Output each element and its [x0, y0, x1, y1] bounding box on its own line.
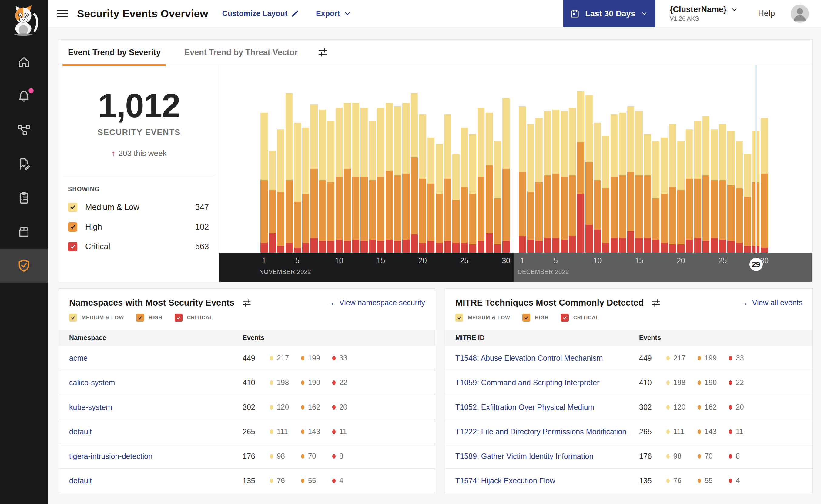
chart-settings-button[interactable] — [318, 47, 328, 58]
chart-bar-nov-12[interactable] — [352, 103, 360, 253]
chart-bar-nov-20[interactable] — [419, 114, 426, 253]
chart-bar-dec-6[interactable] — [560, 111, 568, 253]
calico-cat-logo[interactable] — [6, 2, 42, 36]
mitre-technique-link-2[interactable]: T1052: Exfiltration Over Physical Medium — [455, 403, 594, 411]
chart-bar-nov-8[interactable] — [319, 110, 326, 253]
filter-critical[interactable]: CRITICAL — [174, 314, 213, 322]
chart-bar-nov-26[interactable] — [469, 134, 476, 253]
chart-bar-dec-1[interactable] — [519, 106, 526, 253]
chart-bar-nov-21[interactable] — [427, 138, 435, 253]
chart-bar-dec-16[interactable] — [644, 134, 651, 253]
medium-low-checkbox[interactable] — [68, 203, 77, 212]
filter-high[interactable]: HIGH — [136, 314, 162, 322]
namespace-link-4[interactable]: tigera-intrusion-detection — [69, 452, 152, 460]
chart-bar-dec-24[interactable] — [711, 129, 718, 253]
chart-bar-nov-15[interactable] — [377, 108, 384, 253]
chart-bar-dec-5[interactable] — [552, 110, 559, 253]
sidebar-item-home[interactable] — [0, 45, 48, 79]
namespace-link-5[interactable]: default — [69, 476, 92, 485]
critical-checkbox[interactable] — [68, 242, 77, 251]
chart-bar-dec-28[interactable] — [744, 154, 751, 253]
chart-bar-dec-19[interactable] — [669, 124, 677, 253]
chart-bar-nov-19[interactable] — [411, 93, 418, 253]
chart-bar-dec-22[interactable] — [694, 121, 701, 253]
critical-checkbox[interactable] — [174, 314, 182, 322]
chart-bar-dec-12[interactable] — [610, 114, 618, 253]
namespace-link-1[interactable]: calico-system — [69, 378, 115, 387]
chart-bar-nov-5[interactable] — [294, 123, 301, 253]
chart-bar-dec-17[interactable] — [652, 141, 660, 253]
chart-bar-dec-9[interactable] — [585, 95, 593, 253]
chart-bar-dec-2[interactable] — [527, 124, 534, 253]
chart-bar-nov-1[interactable] — [261, 113, 268, 253]
medium-low-checkbox[interactable] — [69, 314, 77, 322]
critical-checkbox[interactable] — [561, 314, 569, 322]
filter-medium-low[interactable]: MEDIUM & LOW — [455, 314, 510, 322]
chart-bar-dec-26[interactable] — [727, 131, 735, 253]
chart-bar-nov-11[interactable] — [344, 103, 351, 253]
chart-bar-nov-13[interactable] — [361, 108, 368, 253]
chart-bar-nov-7[interactable] — [311, 104, 318, 253]
tab-event-trend-by-severity[interactable]: Event Trend by Severity — [62, 40, 166, 65]
date-range-button[interactable]: Last 30 Days — [563, 0, 655, 27]
chart-bar-dec-11[interactable] — [602, 136, 609, 253]
customize-layout-button[interactable]: Customize Layout — [222, 9, 299, 18]
view-namespace-security-link[interactable]: → View namespace security — [327, 298, 425, 307]
sidebar-item-threat-defense[interactable] — [0, 249, 48, 283]
cluster-selector[interactable]: {ClusterName} V1.26 AKS — [670, 5, 738, 22]
chart-bar-nov-24[interactable] — [452, 154, 460, 253]
chart-bar-nov-16[interactable] — [386, 103, 393, 253]
namespace-link-0[interactable]: acme — [69, 354, 88, 362]
chart-bar-dec-8[interactable] — [577, 91, 584, 253]
chart-bar-nov-6[interactable] — [302, 128, 310, 253]
mitre-technique-link-3[interactable]: T1222: File and Directory Permissions Mo… — [455, 427, 627, 436]
chart-bar-dec-21[interactable] — [686, 129, 693, 253]
chart-bar-dec-18[interactable] — [661, 138, 668, 253]
chart-bar-nov-25[interactable] — [461, 128, 468, 253]
namespaces-filter-button[interactable] — [242, 298, 251, 307]
high-checkbox[interactable] — [522, 314, 530, 322]
sidebar-item-images[interactable] — [0, 215, 48, 249]
chart-bar-nov-2[interactable] — [269, 151, 276, 253]
chart-bar-nov-9[interactable] — [327, 121, 334, 253]
filter-high[interactable]: HIGH — [522, 314, 549, 322]
chart-bar-dec-25[interactable] — [719, 124, 726, 253]
chart-bar-dec-13[interactable] — [619, 113, 626, 253]
sidebar-item-service-graph[interactable] — [0, 113, 48, 147]
mitre-technique-link-1[interactable]: T1059: Command and Scripting Interpreter — [455, 378, 599, 387]
chart-bar-dec-10[interactable] — [594, 123, 601, 253]
selected-day-badge[interactable]: 29 — [750, 258, 763, 271]
mitre-technique-link-5[interactable]: T1574: Hijack Execution Flow — [455, 476, 555, 485]
mitre-technique-link-0[interactable]: T1548: Abuse Elevation Control Mechanism — [455, 354, 603, 362]
chart-bar-nov-28[interactable] — [486, 113, 493, 253]
medium-low-checkbox[interactable] — [455, 314, 463, 322]
chart-bar-nov-14[interactable] — [369, 121, 376, 253]
chart-bar-dec-14[interactable] — [627, 106, 635, 253]
chart-bar-nov-17[interactable] — [394, 106, 401, 253]
sidebar-item-alerts[interactable] — [0, 79, 48, 113]
mitre-filter-button[interactable] — [652, 298, 661, 307]
chart-bar-nov-18[interactable] — [402, 103, 410, 253]
chart-bar-nov-23[interactable] — [444, 114, 451, 253]
chart-bar-dec-4[interactable] — [544, 111, 551, 253]
chart-bar-nov-4[interactable] — [286, 93, 293, 253]
chart-bar-nov-30[interactable] — [502, 98, 510, 253]
chart-bar-dec-15[interactable] — [636, 111, 643, 253]
chart-bar-nov-3[interactable] — [277, 129, 284, 253]
chart-bar-dec-27[interactable] — [736, 141, 743, 253]
hamburger-menu-button[interactable] — [57, 10, 68, 18]
tab-event-trend-by-threat-vector[interactable]: Event Trend by Threat Vector — [179, 40, 303, 65]
high-checkbox[interactable] — [68, 222, 77, 232]
chart-bar-dec-3[interactable] — [535, 118, 543, 253]
chart-bar-nov-10[interactable] — [336, 108, 343, 253]
namespace-link-2[interactable]: kube-system — [69, 403, 112, 411]
filter-critical[interactable]: CRITICAL — [561, 314, 599, 322]
chart-bar-nov-27[interactable] — [477, 108, 485, 253]
chart-bar-dec-23[interactable] — [703, 116, 710, 253]
user-avatar[interactable] — [791, 5, 809, 23]
namespace-link-3[interactable]: default — [69, 427, 92, 436]
view-all-events-link[interactable]: → View all events — [740, 298, 803, 307]
export-button[interactable]: Export — [316, 9, 351, 18]
filter-medium-low[interactable]: MEDIUM & LOW — [69, 314, 124, 322]
mitre-technique-link-4[interactable]: T1589: Gather Victim Identity Informatio… — [455, 452, 593, 460]
